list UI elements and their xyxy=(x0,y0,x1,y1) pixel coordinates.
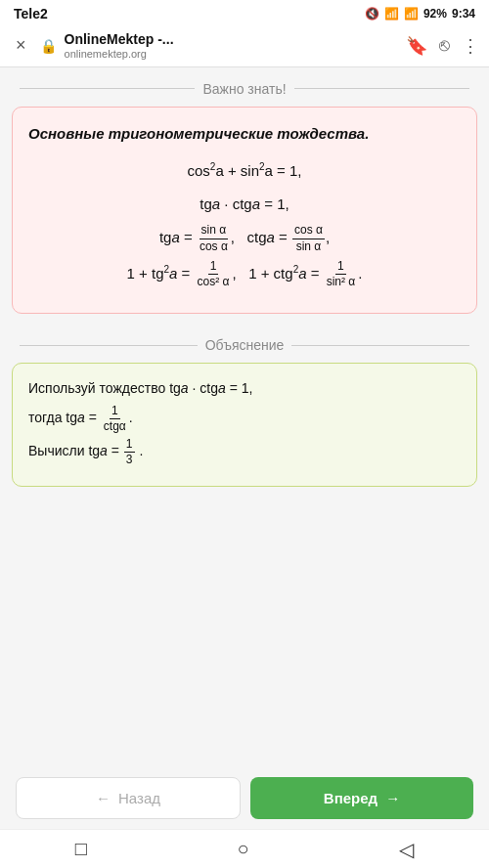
signal-icon: 📶 xyxy=(404,7,419,21)
forward-button[interactable]: Вперед → xyxy=(250,777,473,819)
card-title: Основные тригонометрические тождества. xyxy=(28,123,461,144)
carrier-label: Tele2 xyxy=(14,6,48,22)
share-icon[interactable]: ⎋ xyxy=(439,35,450,56)
forward-arrow-icon: → xyxy=(385,790,400,806)
mute-icon: 🔇 xyxy=(365,7,379,21)
explain-card: Используй тождество tga · ctga = 1, тогд… xyxy=(12,363,477,487)
explain-line2: тогда tga = 1ctgα. xyxy=(28,405,461,433)
section1-label: Важно знать! xyxy=(202,81,286,97)
formula-line4: 1 + tg2a = 1cos² α, 1 + ctg2a = 1sin² α. xyxy=(28,260,461,289)
bookmark-icon[interactable]: 🔖 xyxy=(406,35,427,57)
tga-den: cos α xyxy=(198,239,230,253)
tg2-den: cos² α xyxy=(196,275,232,288)
wifi-icon: 📶 xyxy=(384,7,399,21)
android-nav-bar: □ ○ ◁ xyxy=(0,829,489,868)
ctga-den: sin α xyxy=(294,239,324,253)
explain-frac2-num: 1 xyxy=(124,438,135,453)
page-content: Важно знать! Основные тригонометрические… xyxy=(0,67,489,868)
forward-label: Вперед xyxy=(324,790,378,806)
android-recent-button[interactable]: □ xyxy=(75,838,87,860)
explain-line1: Используй тождество tga · ctga = 1, xyxy=(28,377,461,401)
lock-icon: 🔒 xyxy=(40,38,57,54)
section2-divider: Объяснение xyxy=(0,324,489,363)
browser-bar: × 🔒 OnlineMektep -... onlinemektep.org 🔖… xyxy=(0,25,489,67)
android-home-button[interactable]: ○ xyxy=(237,838,248,860)
status-bar: Tele2 🔇 📶 📶 92% 9:34 xyxy=(0,0,489,25)
info-card: Основные тригонометрические тождества. c… xyxy=(12,107,477,314)
explain-frac1-den: ctgα xyxy=(102,419,128,433)
formula-line2: tga · ctga = 1, xyxy=(28,191,461,217)
tg2-num: 1 xyxy=(208,260,219,275)
time-label: 9:34 xyxy=(452,7,475,21)
formula-line1: cos2a + sin2a = 1, xyxy=(28,157,461,184)
bottom-navigation: ← Назад Вперед → xyxy=(0,767,489,829)
explain-frac2-den: 3 xyxy=(124,453,135,466)
ctg2-den: sin² α xyxy=(325,275,358,288)
close-button[interactable]: × xyxy=(10,33,32,58)
tga-num: sin α xyxy=(200,224,229,239)
site-info: OnlineMektep -... onlinemektep.org xyxy=(65,31,398,61)
more-menu-icon[interactable]: ⋮ xyxy=(462,35,479,57)
formula-line3: tga = sin αcos α, ctga = cos αsin α, xyxy=(28,224,461,253)
ctg2-num: 1 xyxy=(335,260,346,275)
browser-actions: 🔖 ⎋ ⋮ xyxy=(406,35,479,57)
section1-divider: Важно знать! xyxy=(0,67,489,107)
battery-icon: 92% xyxy=(423,7,447,21)
android-back-button[interactable]: ◁ xyxy=(399,838,414,861)
site-name-label: OnlineMektep -... xyxy=(65,31,398,48)
explain-line3: Вычисли tga = 13 . xyxy=(28,438,461,466)
explain-frac1-num: 1 xyxy=(110,405,120,419)
back-button[interactable]: ← Назад xyxy=(16,777,241,819)
status-icons: 🔇 📶 📶 92% 9:34 xyxy=(365,7,475,21)
section2-label: Объяснение xyxy=(205,337,285,353)
back-arrow-icon: ← xyxy=(96,790,111,806)
site-url-label: onlinemektep.org xyxy=(65,48,398,61)
back-label: Назад xyxy=(118,790,160,806)
ctga-num: cos α xyxy=(292,224,325,239)
